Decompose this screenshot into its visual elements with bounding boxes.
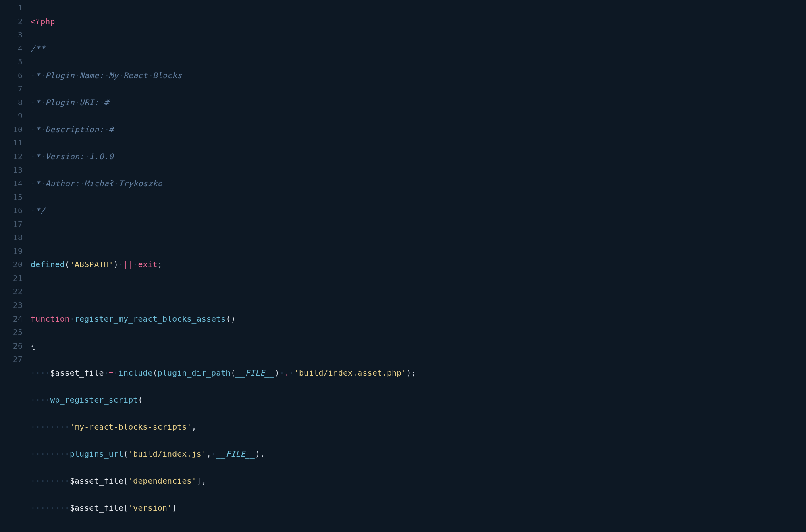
punct: ) [50,530,55,532]
whitespace: ···· [31,395,50,405]
code-line[interactable]: ····$asset_file·=·include(plugin_dir_pat… [31,366,806,380]
code-line[interactable]: ·*·Description:·# [31,123,806,137]
line-number: 23 [0,299,23,312]
code-line[interactable]: /** [31,42,806,56]
whitespace: ···· [50,503,69,513]
gutter: 1 2 3 4 5 6 7 8 9 10 11 12 13 14 15 16 1… [0,1,31,532]
line-number: 14 [0,177,23,191]
whitespace: ···· [31,476,50,486]
punct: ; [55,530,60,532]
line-number: 12 [0,150,23,164]
whitespace: · [31,125,35,134]
whitespace: ···· [31,422,50,432]
string: 'build/index.js' [128,449,206,459]
code-line[interactable] [31,285,806,299]
code-line[interactable]: ········$asset_file['dependencies'], [31,474,806,488]
line-number: 10 [0,123,23,137]
line-number: 15 [0,191,23,204]
code-line[interactable]: ·*/ [31,204,806,218]
code-line[interactable]: <?php [31,15,806,29]
string: 'dependencies' [128,476,197,486]
code-line[interactable]: ········plugins_url('build/index.js',·__… [31,447,806,461]
line-number: 9 [0,109,23,123]
whitespace: ···· [31,530,50,532]
punct: ] [197,476,202,486]
string: 'my-react-blocks-scripts' [70,422,192,432]
code-editor[interactable]: 1 2 3 4 5 6 7 8 9 10 11 12 13 14 15 16 1… [0,0,806,532]
whitespace: ···· [50,422,69,432]
line-number: 17 [0,218,23,231]
code-line[interactable]: function·register_my_react_blocks_assets… [31,312,806,326]
punct: ( [65,260,70,269]
punct: ) [114,260,118,269]
keyword: exit [138,260,157,269]
function-call: plugin_dir_path [158,368,231,378]
keyword: function [31,314,70,324]
line-number: 20 [0,258,23,272]
code-line[interactable]: ·*·Version:·1.0.0 [31,150,806,164]
code-line[interactable]: ·*·Plugin·Name:·My·React·Blocks [31,69,806,83]
function-call: plugins_url [70,449,123,459]
function-call: include [118,368,153,378]
whitespace: · [70,314,75,324]
line-number: 2 [0,15,23,29]
line-number: 16 [0,204,23,218]
line-number: 18 [0,231,23,245]
punct: ] [172,503,177,513]
code-line[interactable]: ····); [31,528,806,532]
string: 'build/index.asset.php' [294,368,407,378]
string: 'ABSPATH' [70,260,114,269]
punct: ) [406,368,411,378]
punct: , [192,422,197,432]
punct: [ [123,503,128,513]
line-number: 26 [0,339,23,353]
line-number: 5 [0,55,23,69]
line-number: 11 [0,136,23,150]
punct: { [31,341,35,351]
code-line[interactable]: ········$asset_file['version'] [31,501,806,515]
code-line[interactable]: ········'my-react-blocks-scripts', [31,420,806,434]
comment: *·Plugin·Name:·My·React·Blocks [35,71,182,80]
punct: , [206,449,211,459]
punct: ( [123,449,128,459]
operator: . [285,368,289,378]
punct: , [202,476,206,486]
line-number: 27 [0,353,23,366]
whitespace: · [31,98,35,107]
constant: __FILE__ [236,368,275,378]
function-call: defined [31,260,65,269]
code-line[interactable]: defined('ABSPATH')·||·exit; [31,258,806,272]
string: 'version' [128,503,172,513]
comment: *·Description:·# [35,125,114,134]
whitespace: ···· [31,503,50,513]
function-call: wp_register_script [50,395,138,405]
code-line[interactable] [31,231,806,245]
whitespace: · [133,260,138,269]
whitespace: · [280,368,285,378]
code-line[interactable]: ·*·Author:·Michał·Trykoszko [31,177,806,191]
punct: ( [226,314,231,324]
line-number: 6 [0,69,23,83]
line-number: 3 [0,28,23,42]
line-number: 22 [0,285,23,299]
whitespace: · [31,179,35,188]
variable: $asset_file [50,368,104,378]
whitespace: · [289,368,294,378]
comment: /** [31,44,45,53]
code-line[interactable]: { [31,339,806,353]
line-number: 25 [0,326,23,339]
line-number: 19 [0,245,23,258]
punct: ) [274,368,279,378]
line-number: 4 [0,42,23,56]
code-area[interactable]: <?php /** ·*·Plugin·Name:·My·React·Block… [31,1,806,532]
line-number: 24 [0,312,23,326]
code-line[interactable]: ·*·Plugin·URI:·# [31,96,806,110]
punct: [ [123,476,128,486]
comment: *·Plugin·URI:·# [35,98,109,107]
whitespace: ···· [50,476,69,486]
whitespace: · [31,71,35,80]
operator: || [123,260,133,269]
code-line[interactable]: ····wp_register_script( [31,393,806,407]
whitespace: ···· [50,449,69,459]
line-number: 21 [0,272,23,285]
